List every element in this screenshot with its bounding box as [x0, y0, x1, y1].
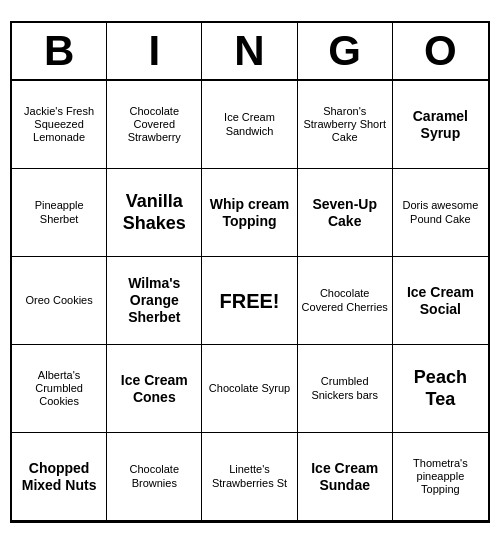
bingo-grid: Jackie's Fresh Squeezed LemonadeChocolat…: [12, 81, 488, 521]
bingo-cell: Peach Tea: [393, 345, 488, 433]
bingo-cell: Whip cream Topping: [202, 169, 297, 257]
bingo-cell: Jackie's Fresh Squeezed Lemonade: [12, 81, 107, 169]
bingo-cell: Seven-Up Cake: [298, 169, 393, 257]
bingo-cell: FREE!: [202, 257, 297, 345]
bingo-cell: Chocolate Covered Strawberry: [107, 81, 202, 169]
bingo-card: BINGO Jackie's Fresh Squeezed LemonadeCh…: [10, 21, 490, 523]
header-letter: O: [393, 23, 488, 79]
bingo-cell: Pineapple Sherbet: [12, 169, 107, 257]
bingo-cell: Wilma's Orange Sherbet: [107, 257, 202, 345]
bingo-cell: Crumbled Snickers bars: [298, 345, 393, 433]
bingo-cell: Chocolate Covered Cherries: [298, 257, 393, 345]
bingo-cell: Chopped Mixed Nuts: [12, 433, 107, 521]
bingo-cell: Caramel Syrup: [393, 81, 488, 169]
bingo-cell: Doris awesome Pound Cake: [393, 169, 488, 257]
bingo-cell: Chocolate Brownies: [107, 433, 202, 521]
header-letter: B: [12, 23, 107, 79]
bingo-cell: Vanilla Shakes: [107, 169, 202, 257]
bingo-cell: Sharon's Strawberry Short Cake: [298, 81, 393, 169]
bingo-header: BINGO: [12, 23, 488, 81]
header-letter: I: [107, 23, 202, 79]
bingo-cell: Linette's Strawberries St: [202, 433, 297, 521]
header-letter: G: [298, 23, 393, 79]
bingo-cell: Alberta's Crumbled Cookies: [12, 345, 107, 433]
bingo-cell: Ice Cream Sundae: [298, 433, 393, 521]
bingo-cell: Ice Cream Cones: [107, 345, 202, 433]
bingo-cell: Ice Cream Social: [393, 257, 488, 345]
bingo-cell: Oreo Cookies: [12, 257, 107, 345]
bingo-cell: Chocolate Syrup: [202, 345, 297, 433]
bingo-cell: Thometra's pineapple Topping: [393, 433, 488, 521]
header-letter: N: [202, 23, 297, 79]
bingo-cell: Ice Cream Sandwich: [202, 81, 297, 169]
